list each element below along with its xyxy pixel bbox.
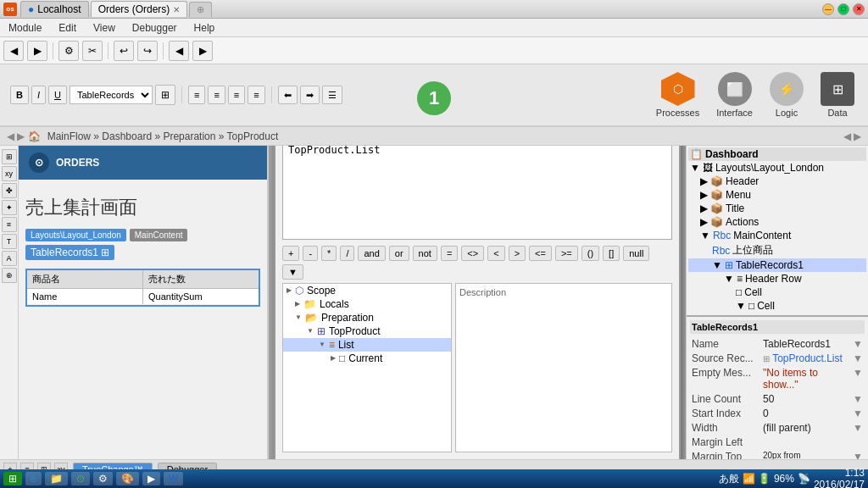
op-gte[interactable]: >= — [555, 246, 578, 261]
orders-icon: ⊙ — [29, 152, 49, 173]
taskbar-chrome[interactable]: ⊙ — [71, 472, 90, 485]
tab-new[interactable]: ⊕ — [189, 2, 212, 17]
redo-button[interactable]: ↪ — [137, 41, 158, 61]
underline-button[interactable]: U — [48, 86, 67, 104]
menu-module[interactable]: Module — [5, 20, 45, 36]
op-divide[interactable]: / — [340, 246, 354, 261]
format-extra[interactable]: ⊞ — [155, 85, 175, 105]
logic-nav-button[interactable]: ⚡ Logic — [763, 69, 810, 121]
tab-localhost[interactable]: ● Localhost — [20, 1, 89, 17]
op-parens[interactable]: () — [581, 246, 599, 261]
menu-help[interactable]: Help — [191, 20, 219, 36]
indent-more[interactable]: ➡ — [300, 86, 320, 104]
taskbar-ie[interactable]: e — [25, 472, 42, 485]
properties-panel: TableRecords1 Name TableRecords1 ▼ Sourc… — [687, 315, 868, 459]
taskbar-paint[interactable]: 🎨 — [116, 472, 139, 485]
strip-btn-5[interactable]: ≡ — [2, 217, 17, 232]
op-and[interactable]: and — [358, 246, 385, 261]
op-multiply[interactable]: * — [321, 246, 337, 261]
tab-close-icon[interactable]: ✕ — [173, 5, 180, 14]
op-not[interactable]: not — [413, 246, 437, 261]
tree-title[interactable]: ▶ 📦 Title — [688, 202, 866, 215]
tab-orders[interactable]: Orders (Orders) ✕ — [91, 1, 188, 17]
scope-locals[interactable]: ▶ 📁 Locals — [283, 297, 451, 311]
expression-input[interactable]: <span class="expr-text">TopProduct.List<… — [282, 146, 672, 240]
taskbar-settings[interactable]: ⚙ — [93, 472, 113, 485]
tree-headerrow[interactable]: ▼ ≡ Header Row — [688, 272, 866, 286]
taskbar-folder[interactable]: 📁 — [45, 472, 68, 485]
justify[interactable]: ≡ — [248, 86, 264, 104]
cut-button[interactable]: ✂ — [82, 41, 103, 61]
back-button[interactable]: ◀ — [3, 41, 24, 61]
taskbar-word[interactable]: W — [164, 472, 183, 485]
modal-body: <span class="expr-text">TopProduct.List<… — [275, 146, 679, 459]
scope-scope[interactable]: ▶ ⬡ Scope — [283, 284, 451, 297]
prop-width: Width (fill parent) ▼ — [690, 421, 865, 435]
tab-bar: ● Localhost Orders (Orders) ✕ ⊕ — [20, 1, 822, 17]
op-brackets[interactable]: [] — [603, 246, 620, 261]
strip-btn-4[interactable]: ✦ — [2, 200, 17, 215]
actions-icon: ▶ — [700, 216, 708, 228]
strip-btn-2[interactable]: xy — [2, 166, 17, 181]
indent-less[interactable]: ⬅ — [278, 86, 298, 104]
menu-debugger[interactable]: Debugger — [129, 20, 181, 36]
taskbar-media[interactable]: ▶ — [142, 472, 160, 485]
logic-icon: ⚡ — [770, 72, 804, 106]
op-eq[interactable]: = — [441, 246, 458, 261]
bold-button[interactable]: B — [10, 86, 29, 104]
tree-maincontent[interactable]: ▼ Rbc MainContent — [688, 229, 866, 242]
op-neq[interactable]: <> — [461, 246, 484, 261]
interface-nav-button[interactable]: ⬜ Interface — [709, 69, 760, 121]
forward-button[interactable]: ▶ — [27, 41, 47, 61]
italic-button[interactable]: I — [31, 86, 46, 104]
scope-list[interactable]: ▼ ≡ List — [283, 338, 451, 352]
tree-cell-1[interactable]: □ Cell — [688, 286, 866, 299]
undo-button[interactable]: ↩ — [114, 41, 134, 61]
hr-expand-icon: ▼ — [724, 273, 734, 285]
tree-cell-2[interactable]: ▼ □ Cell — [688, 299, 866, 313]
op-lte[interactable]: <= — [529, 246, 552, 261]
op-lt[interactable]: < — [487, 246, 504, 261]
nav-back[interactable]: ◀ — [169, 41, 189, 61]
menu-edit[interactable]: Edit — [55, 20, 80, 36]
c2-expand: ▼ — [736, 300, 746, 312]
menu-view[interactable]: View — [90, 20, 119, 36]
tree-actions[interactable]: ▶ 📦 Actions — [688, 215, 866, 229]
scope-preparation[interactable]: ▼ 📂 Preparation — [283, 311, 451, 324]
strip-btn-7[interactable]: A — [2, 251, 17, 266]
strip-btn-1[interactable]: ⊞ — [2, 149, 17, 164]
processes-nav-button[interactable]: ⬡ Processes — [649, 69, 706, 121]
data-nav-button[interactable]: ⊞ Data — [814, 69, 861, 121]
tree-menu[interactable]: ▶ 📦 Menu — [688, 188, 866, 202]
op-plus[interactable]: + — [282, 246, 299, 261]
bc-maincontent[interactable]: MainContent — [130, 229, 188, 241]
bc-layouts[interactable]: Layouts\Layout_London — [25, 229, 126, 241]
strip-btn-8[interactable]: ⊕ — [2, 268, 17, 283]
tree-layouts[interactable]: ▼ 🖼 Layouts\Layout_London — [688, 161, 866, 175]
minimize-button[interactable]: — — [822, 3, 834, 15]
maximize-button[interactable]: □ — [837, 3, 849, 15]
close-button[interactable]: ✕ — [853, 3, 865, 15]
tree-topproduct-label[interactable]: Rbc 上位商品 — [688, 242, 866, 258]
scope-current[interactable]: ▶ □ Current — [283, 352, 451, 365]
align-left[interactable]: ≡ — [188, 86, 205, 104]
bc-tablerecords[interactable]: TableRecords1 ⊞ — [25, 245, 114, 260]
strip-btn-6[interactable]: T — [2, 234, 17, 249]
op-minus[interactable]: - — [303, 246, 318, 261]
align-center[interactable]: ≡ — [208, 86, 225, 104]
op-gt[interactable]: > — [509, 246, 526, 261]
menu-icon: ▶ — [700, 189, 708, 201]
op-or[interactable]: or — [389, 246, 409, 261]
start-button[interactable]: ⊞ — [3, 472, 22, 485]
align-right[interactable]: ≡ — [228, 86, 245, 104]
settings-button[interactable]: ⚙ — [58, 41, 79, 61]
bullets[interactable]: ☰ — [322, 86, 342, 104]
op-dropdown[interactable]: ▼ — [282, 264, 303, 280]
tree-tablerecords1[interactable]: ▼ ⊞ TableRecords1 — [688, 258, 866, 272]
format-select[interactable]: TableRecords — [70, 86, 153, 104]
scope-topproduct[interactable]: ▼ ⊞ TopProduct — [283, 324, 451, 338]
op-null[interactable]: null — [623, 246, 649, 261]
tree-header[interactable]: ▶ 📦 Header — [688, 175, 866, 188]
nav-fwd[interactable]: ▶ — [192, 41, 213, 61]
strip-btn-3[interactable]: ✤ — [2, 183, 17, 198]
